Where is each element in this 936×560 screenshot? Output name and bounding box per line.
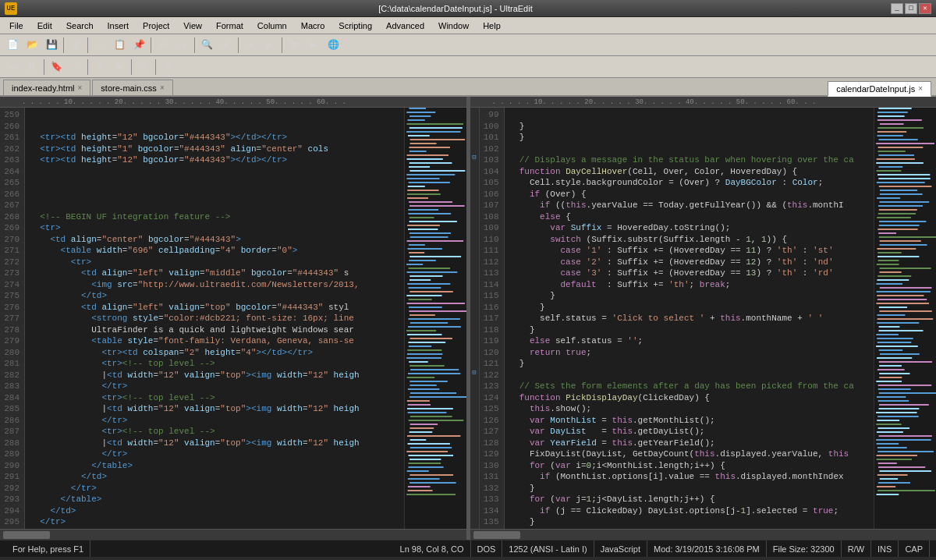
- right-minimap: [874, 108, 936, 529]
- right-code-view[interactable]: ⊟ ⊟: [470, 108, 937, 529]
- unfold-button[interactable]: ⊞: [110, 58, 129, 76]
- app-icon: UE: [5, 2, 17, 15]
- compare-button[interactable]: ⇔: [134, 58, 153, 76]
- tab-close-left1[interactable]: ×: [78, 83, 83, 92]
- right-ruler: . . . . . 10. . . . . 20. . . . . 30. . …: [470, 97, 937, 108]
- menu-project[interactable]: Project: [136, 18, 176, 34]
- menu-search[interactable]: Search: [60, 18, 100, 34]
- toolbar-sep-1: [63, 37, 64, 53]
- window-title: [C:\data\calendarDateInput.js] - UltraEd…: [20, 4, 891, 13]
- tabs-bar: index-ready.html × store-main.css × cale…: [0, 78, 936, 97]
- title-bar: UE [C:\data\calendarDateInput.js] - Ultr…: [0, 0, 936, 17]
- status-dos: DOS: [471, 541, 503, 557]
- menu-edit[interactable]: Edit: [31, 18, 58, 34]
- tab-label: calendarDateInput.js: [836, 84, 915, 94]
- menu-bar: File Edit Search Insert Project View For…: [0, 17, 936, 34]
- left-code-content[interactable]: <tr><td height="12" bgcolor="#444343"></…: [25, 108, 404, 529]
- paste-button[interactable]: 📌: [129, 37, 148, 54]
- right-hscroll[interactable]: [470, 529, 937, 540]
- redo-button[interactable]: ↪: [173, 37, 192, 54]
- tab-close-right[interactable]: ×: [918, 84, 923, 93]
- window-controls: _ □ ✕: [891, 3, 931, 14]
- save-button[interactable]: 💾: [42, 37, 61, 54]
- close-button[interactable]: ✕: [919, 3, 931, 14]
- toolbar-sep-4: [194, 37, 195, 53]
- right-code-content[interactable]: } } // Displays a message in the status …: [505, 108, 874, 529]
- toolbar2-sep-2: [87, 59, 88, 75]
- hex-button[interactable]: H: [23, 58, 41, 76]
- left-ruler: . . . . . 10. . . . . 20. . . . . 30. . …: [0, 97, 466, 108]
- indent-button[interactable]: ⇥: [241, 37, 260, 54]
- find-button[interactable]: 🔍: [197, 37, 216, 54]
- toolbar-sep-6: [282, 37, 282, 53]
- tab-close-left2[interactable]: ×: [160, 83, 165, 92]
- minimize-button[interactable]: _: [891, 3, 903, 14]
- status-filesize: File Size: 32300: [767, 541, 842, 557]
- cut-button[interactable]: ✂: [90, 37, 109, 54]
- menu-macro[interactable]: Macro: [295, 18, 332, 34]
- wordwrap-button[interactable]: ↵: [3, 58, 22, 76]
- right-fold-gutter: ⊟ ⊟: [470, 108, 480, 529]
- status-position: Ln 98, Col 8, CO: [394, 541, 471, 557]
- menu-format[interactable]: Format: [210, 18, 250, 34]
- status-caps: CAP: [899, 541, 930, 557]
- menu-file[interactable]: File: [3, 18, 30, 34]
- column-button[interactable]: ▤: [285, 37, 303, 54]
- status-ins: INS: [871, 541, 899, 557]
- tab-label: index-ready.html: [12, 83, 75, 93]
- undo-button[interactable]: ↩: [154, 37, 172, 54]
- toolbar-sep-3: [151, 37, 151, 53]
- menu-window[interactable]: Window: [432, 18, 475, 34]
- menu-scripting[interactable]: Scripting: [332, 18, 378, 34]
- toolbar2-sep-1: [44, 59, 44, 75]
- tab-store-main[interactable]: store-main.css ×: [92, 80, 172, 95]
- replace-button[interactable]: ⇄: [217, 37, 236, 54]
- toolbar-sep-2: [87, 37, 88, 53]
- toolbar-sep-5: [238, 37, 239, 53]
- maximize-button[interactable]: □: [905, 3, 917, 14]
- toolbar-main: 📄 📂 💾 🖨 ✂ 📋 📌 ↩ ↪ 🔍 ⇄ ⇥ ⇤ ▤ ▶ 🌐: [0, 34, 936, 56]
- copy-button[interactable]: 📋: [110, 37, 129, 54]
- menu-insert[interactable]: Insert: [101, 18, 136, 34]
- fold-button[interactable]: ⊟: [90, 58, 109, 76]
- outdent-button[interactable]: ⇤: [261, 37, 279, 54]
- status-language: JavaScript: [594, 541, 647, 557]
- menu-view[interactable]: View: [177, 18, 208, 34]
- toolbar-secondary: ↵ H 🔖 → ⊟ ⊞ ⇔ ⊡: [0, 56, 936, 78]
- macro-button[interactable]: ▶: [304, 37, 323, 54]
- toolbar2-sep-4: [155, 59, 156, 75]
- menu-column[interactable]: Column: [251, 18, 293, 34]
- ftp-button[interactable]: 🌐: [324, 37, 342, 54]
- bookmark-button[interactable]: 🔖: [47, 58, 66, 76]
- status-bar: For Help, press F1 Ln 98, Col 8, CO DOS …: [0, 540, 936, 557]
- print-button[interactable]: 🖨: [66, 37, 85, 54]
- status-encoding: 1252 (ANSI - Latin I): [502, 541, 594, 557]
- status-rw: R/W: [842, 541, 871, 557]
- status-help: For Help, press F1: [6, 541, 90, 557]
- left-code-view[interactable]: 259260261262263 264265266267268 26927027…: [0, 108, 466, 529]
- menu-help[interactable]: Help: [477, 18, 507, 34]
- right-line-numbers: 99100101102103 104105106107108 109110111…: [480, 108, 505, 529]
- editor-area: . . . . . 10. . . . . 20. . . . . 30. . …: [0, 97, 936, 540]
- left-line-numbers: 259260261262263 264265266267268 26927027…: [0, 108, 25, 529]
- left-minimap: [404, 108, 466, 529]
- menu-advanced[interactable]: Advanced: [380, 18, 431, 34]
- left-hscroll[interactable]: [0, 529, 466, 540]
- new-button[interactable]: 📄: [3, 37, 22, 54]
- tab-label: store-main.css: [101, 83, 157, 93]
- tab-calendar[interactable]: calendarDateInput.js ×: [828, 81, 931, 97]
- tab-index-ready[interactable]: index-ready.html ×: [3, 80, 90, 95]
- right-editor-panel: . . . . . 10. . . . . 20. . . . . 30. . …: [470, 97, 937, 540]
- goto-button[interactable]: →: [66, 58, 85, 76]
- status-modified: Mod: 3/19/2015 3:16:08 PM: [647, 541, 767, 557]
- open-button[interactable]: 📂: [23, 37, 41, 54]
- left-editor-panel: . . . . . 10. . . . . 20. . . . . 30. . …: [0, 97, 467, 540]
- toolbar2-sep-3: [131, 59, 132, 75]
- split-button[interactable]: ⊡: [158, 58, 177, 76]
